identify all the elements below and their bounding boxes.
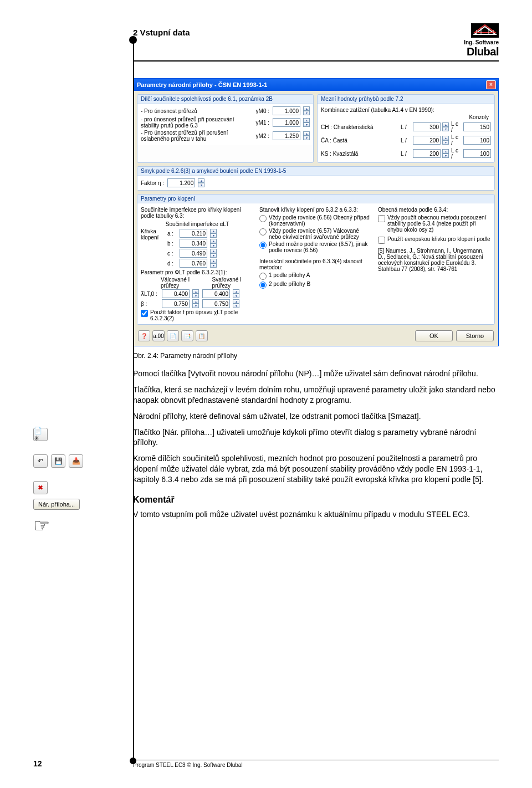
page-number: 12: [33, 759, 133, 768]
ks-l-input[interactable]: [413, 149, 441, 158]
brand-logo: Ing. Software Dlubal: [464, 23, 499, 58]
dialog-window: Parametry národní přílohy - ČSN EN 1993-…: [133, 78, 499, 346]
save-icon[interactable]: 💾: [51, 454, 65, 468]
ch-lc-input[interactable]: [463, 122, 491, 131]
gamma-m0-input[interactable]: [273, 106, 300, 115]
close-icon[interactable]: ×: [486, 80, 496, 89]
delete-icon[interactable]: ✖: [33, 481, 48, 494]
lambda-rolled-input[interactable]: [162, 289, 190, 298]
general-method-checkbox[interactable]: [378, 215, 385, 222]
footer-text: Program STEEL EC3 © Ing. Software Dlubal: [133, 762, 243, 768]
new-np-icon[interactable]: 📄✳: [33, 428, 48, 441]
beta-welded-input[interactable]: [202, 299, 230, 308]
use-f-checkbox[interactable]: [141, 310, 148, 317]
section-title: 2 Vstupní data: [133, 28, 190, 37]
group-deflection-limits: Mezní hodnoty průhybů podle 7.2 Kombinac…: [317, 94, 495, 163]
heading-comment: Komentář: [133, 494, 499, 506]
pointing-hand-icon: ☞: [33, 514, 116, 536]
group-partial-factors: Dílčí součinitele spolehlivosti podle 6.…: [137, 94, 314, 163]
alpha-a-input[interactable]: [180, 229, 207, 238]
body-text: Pomocí tlačítka [Vytvořit novou národní …: [133, 369, 499, 520]
load-icon[interactable]: 📥: [69, 454, 83, 468]
eta-input[interactable]: [167, 178, 195, 187]
cancel-button[interactable]: Storno: [456, 330, 494, 341]
group-ltb: Parametry pro klopení Součinitele imperf…: [137, 194, 495, 325]
curve-656-radio[interactable]: [259, 215, 267, 222]
undo-icon[interactable]: ↶: [33, 454, 48, 468]
ca-l-input[interactable]: [413, 136, 441, 145]
units-icon[interactable]: a.00: [152, 330, 165, 341]
method-a-radio[interactable]: [259, 273, 267, 280]
help-icon[interactable]: ❓: [138, 330, 150, 341]
ltb-right-col: Obecná metoda podle 6.3.4: Vždy použít o…: [378, 206, 491, 322]
ca-lc-input[interactable]: [463, 136, 491, 145]
alpha-b-input[interactable]: [180, 239, 207, 248]
alpha-d-input[interactable]: [180, 259, 207, 268]
save-std-icon[interactable]: 📄: [167, 330, 179, 341]
lambda-welded-input[interactable]: [202, 289, 230, 298]
ok-button[interactable]: OK: [415, 330, 453, 341]
method-b-radio[interactable]: [259, 282, 267, 289]
figure-caption: Obr. 2.4: Parametry národní přílohy: [133, 352, 499, 360]
spinner-icon[interactable]: ▴▾: [198, 178, 204, 187]
vertical-rule: [133, 40, 134, 760]
ch-l-input[interactable]: [413, 122, 441, 131]
dialog-title: Parametry národní přílohy - ČSN EN 1993-…: [137, 81, 267, 88]
curve-657-radio[interactable]: [259, 228, 267, 236]
ks-lc-input[interactable]: [463, 149, 491, 158]
gamma-m1-input[interactable]: [273, 118, 300, 127]
copy-icon[interactable]: 📋: [196, 330, 208, 341]
ltb-mid-col: Stanovit křivky klopení pro 6.3.2 a 6.3.…: [259, 206, 372, 322]
alpha-c-input[interactable]: [180, 249, 207, 258]
spinner-icon[interactable]: ▴▾: [303, 131, 310, 140]
curve-auto-radio[interactable]: [259, 242, 267, 249]
beta-rolled-input[interactable]: [162, 299, 190, 308]
spinner-icon[interactable]: ▴▾: [303, 106, 310, 115]
euro-curve-checkbox[interactable]: [378, 237, 385, 244]
group-shear: Smyk podle 6.2.6(3) a smykové boulení po…: [137, 166, 495, 191]
spinner-icon[interactable]: ▴▾: [303, 118, 310, 127]
nar-priloha-button[interactable]: Nár. příloha...: [33, 499, 80, 510]
ltb-left-col: Součinitele imperfekce pro křivky klopen…: [141, 206, 254, 322]
gamma-m2-input[interactable]: [273, 131, 300, 140]
load-std-icon[interactable]: 📑: [181, 330, 193, 341]
